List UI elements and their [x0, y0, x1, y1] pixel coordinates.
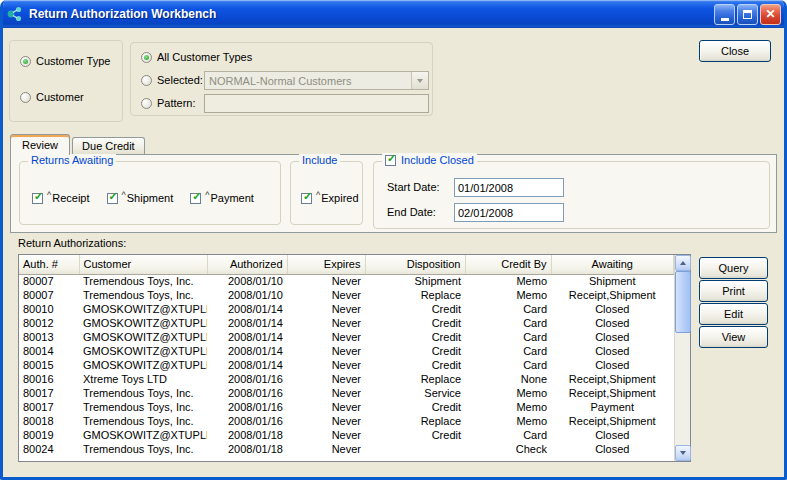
table-cell: Tremendous Toys, Inc. [79, 288, 207, 302]
tab-due-credit[interactable]: Due Credit [72, 137, 145, 154]
table-row[interactable]: 80015GMOSKOWITZ@XTUPLE...2008/01/14Never… [19, 358, 674, 372]
close-window-button[interactable]: ✕ [760, 4, 781, 25]
table-row[interactable]: 80007Tremendous Toys, Inc.2008/01/10Neve… [19, 274, 674, 288]
pattern-input[interactable] [204, 94, 429, 113]
include-checkboxes: ✓ ^ Expired [301, 192, 359, 204]
table-cell: Credit [365, 344, 465, 358]
table-row[interactable]: 80016Xtreme Toys LTD2008/01/16NeverRepla… [19, 372, 674, 386]
table-cell: Receipt,Shipment [551, 414, 674, 428]
table-cell: Card [465, 316, 551, 330]
column-header-customer[interactable]: Customer [79, 255, 207, 274]
table-row[interactable]: 80017Tremendous Toys, Inc.2008/01/16Neve… [19, 400, 674, 414]
maximize-button[interactable] [737, 4, 758, 25]
table-cell: 80024 [19, 442, 79, 456]
title-bar[interactable]: Return Authorization Workbench ✕ [0, 0, 787, 28]
column-header-auth-[interactable]: Auth. # [19, 255, 79, 274]
radio-unselected-icon [141, 98, 152, 109]
returns-awaiting-group: Returns Awaiting ✓ ^ Receipt ✓ ^ Shipmen… [19, 161, 281, 225]
combobox-dropdown-button[interactable] [411, 72, 428, 89]
table-cell: Memo [465, 274, 551, 288]
check-icon: ✓ [303, 191, 312, 202]
customer-radio[interactable]: Customer [20, 91, 84, 103]
scroll-down-button[interactable] [675, 445, 691, 461]
query-button[interactable]: Query [699, 257, 768, 279]
column-header-authorized[interactable]: Authorized [207, 255, 287, 274]
check-icon: ✓ [109, 191, 118, 202]
shipment-checkbox[interactable]: ✓ ^ Shipment [107, 192, 174, 204]
combobox-value: NORMAL-Normal Customers [205, 75, 411, 87]
table-row[interactable]: 80010GMOSKOWITZ@XTUPLE...2008/01/14Never… [19, 302, 674, 316]
view-button-label: View [722, 331, 746, 343]
table-cell: Shipment [551, 274, 674, 288]
expired-checkbox[interactable]: ✓ ^ Expired [301, 192, 359, 204]
radio-selected-icon [20, 56, 31, 67]
table-cell: GMOSKOWITZ@XTUPLE... [79, 344, 207, 358]
table-viewport: Auth. #CustomerAuthorizedExpiresDisposit… [19, 255, 674, 461]
check-icon: ✓ [192, 191, 201, 202]
table-cell: Never [287, 428, 365, 442]
radio-dot-icon [23, 59, 28, 64]
table-cell: GMOSKOWITZ@XTUPLE... [79, 302, 207, 316]
table-row[interactable]: 80013GMOSKOWITZ@XTUPLE...2008/01/14Never… [19, 330, 674, 344]
table-cell: 80007 [19, 274, 79, 288]
table-row[interactable]: 80012GMOSKOWITZ@XTUPLE...2008/01/14Never… [19, 316, 674, 330]
table-cell: Tremendous Toys, Inc. [79, 400, 207, 414]
table-row[interactable]: 80024Tremendous Toys, Inc.2008/01/18Neve… [19, 442, 674, 456]
table-cell: 2008/01/16 [207, 400, 287, 414]
all-customer-types-radio[interactable]: All Customer Types [141, 51, 252, 63]
include-closed-checkbox[interactable]: ✓ Include Closed [385, 154, 474, 166]
start-date-input[interactable] [454, 178, 564, 197]
scrollbar-thumb[interactable] [675, 271, 691, 333]
print-button[interactable]: Print [699, 280, 768, 302]
table-cell: 80017 [19, 400, 79, 414]
column-header-disposition[interactable]: Disposition [365, 255, 465, 274]
table-cell: 80017 [19, 386, 79, 400]
end-date-input[interactable] [454, 203, 564, 222]
minimize-button[interactable] [714, 4, 735, 25]
table-cell: Payment [551, 400, 674, 414]
table-cell: Service [365, 386, 465, 400]
end-date-label: End Date: [387, 206, 436, 218]
edit-button[interactable]: Edit [699, 303, 768, 325]
table-cell: Never [287, 414, 365, 428]
radio-dot-icon [144, 55, 149, 60]
column-header-awaiting[interactable]: Awaiting [551, 255, 674, 274]
customer-type-radio[interactable]: Customer Type [20, 55, 110, 67]
customer-type-combobox[interactable]: NORMAL-Normal Customers [204, 71, 429, 90]
table-cell: 80012 [19, 316, 79, 330]
table-cell: 2008/01/16 [207, 414, 287, 428]
receipt-checkbox[interactable]: ✓ ^ Receipt [32, 192, 90, 204]
table-cell: Credit [365, 302, 465, 316]
table-cell: Xtreme Toys LTD [79, 372, 207, 386]
table-row[interactable]: 80017Tremendous Toys, Inc.2008/01/16Neve… [19, 386, 674, 400]
radio-label: Pattern: [157, 97, 196, 109]
checkbox-box: ✓ [301, 193, 312, 204]
radio-unselected-icon [141, 75, 152, 86]
scrollbar-track[interactable] [675, 271, 690, 445]
table-cell: None [465, 372, 551, 386]
ra-table-header-row: Auth. #CustomerAuthorizedExpiresDisposit… [19, 255, 674, 274]
scroll-up-button[interactable] [675, 255, 691, 271]
scroll-down-icon [680, 451, 686, 455]
table-cell: Credit [365, 428, 465, 442]
table-cell: Receipt,Shipment [551, 386, 674, 400]
tab-review[interactable]: Review [10, 134, 70, 155]
table-row[interactable]: 80018Tremendous Toys, Inc.2008/01/16Neve… [19, 414, 674, 428]
table-row[interactable]: 80019GMOSKOWITZ@XTUPLE...2008/01/18Never… [19, 428, 674, 442]
column-header-expires[interactable]: Expires [287, 255, 365, 274]
table-row[interactable]: 80007Tremendous Toys, Inc.2008/01/10Neve… [19, 288, 674, 302]
column-header-credit-by[interactable]: Credit By [465, 255, 551, 274]
view-button[interactable]: View [699, 326, 768, 348]
start-date-label: Start Date: [387, 181, 440, 193]
return-authorization-workbench-window: Return Authorization Workbench ✕ Custome… [0, 0, 787, 480]
pattern-radio[interactable]: Pattern: [141, 97, 196, 109]
payment-checkbox[interactable]: ✓ ^ Payment [190, 192, 254, 204]
table-cell: Never [287, 288, 365, 302]
table-cell: Credit [365, 330, 465, 344]
table-cell: Tremendous Toys, Inc. [79, 274, 207, 288]
table-row[interactable]: 80014GMOSKOWITZ@XTUPLE...2008/01/14Never… [19, 344, 674, 358]
table-cell: 80010 [19, 302, 79, 316]
close-button[interactable]: Close [699, 40, 771, 62]
vertical-scrollbar[interactable] [674, 255, 690, 461]
selected-customer-type-radio[interactable]: Selected: [141, 74, 203, 86]
